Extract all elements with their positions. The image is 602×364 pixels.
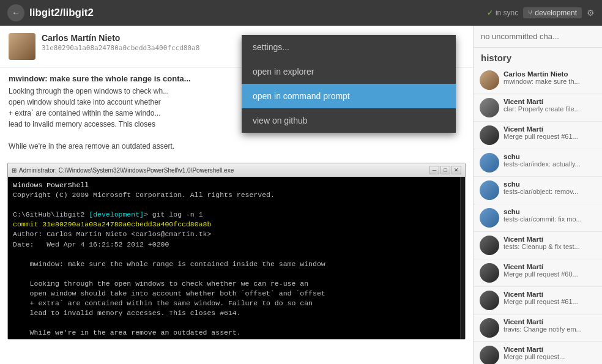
main-layout: Carlos Martín Nieto 31e80290a1a08a24780a… bbox=[0, 26, 602, 364]
history-message: tests-clar/object: remov... bbox=[504, 188, 596, 195]
history-message: clar: Properly create file... bbox=[504, 105, 596, 113]
terminal-line: While we're in the area remove an outdat… bbox=[13, 328, 460, 338]
history-item[interactable]: Vicent Martí tests: Cleanup & fix test..… bbox=[474, 232, 602, 259]
repo-name: libgit2 bbox=[63, 7, 94, 18]
history-author: Vicent Martí bbox=[504, 263, 596, 270]
history-avatar bbox=[480, 318, 499, 338]
author-avatar bbox=[9, 33, 35, 60]
back-button[interactable]: ← bbox=[7, 4, 24, 21]
menu-item-command-prompt[interactable]: open in command prompt bbox=[242, 84, 456, 108]
history-item[interactable]: Vicent Martí Merge pull request #60... bbox=[474, 259, 602, 287]
history-meta: Carlos Martín Nieto mwindow: make sure t… bbox=[504, 70, 596, 85]
history-avatar bbox=[480, 208, 499, 228]
terminal-line: Looking through the open windows to chec… bbox=[13, 279, 460, 289]
history-message: Merge pull request #61... bbox=[504, 298, 596, 305]
history-author: Vicent Martí bbox=[504, 346, 596, 353]
history-item[interactable]: Vicent Martí travis: Change notify em... bbox=[474, 314, 602, 342]
history-meta: schu tests-clar/commit: fix mo... bbox=[504, 208, 596, 223]
repo-prefix: libgit2/ bbox=[29, 7, 63, 18]
history-author: schu bbox=[504, 208, 596, 215]
terminal-controls: ─ □ ✕ bbox=[429, 166, 461, 174]
history-item[interactable]: Vicent Martí Merge pull request #61... bbox=[474, 287, 602, 314]
terminal-title: Administrator: C:\Windows\System32\Windo… bbox=[19, 167, 427, 174]
history-message: mwindow: make sure th... bbox=[504, 78, 596, 85]
history-avatar bbox=[480, 236, 499, 255]
terminal-line: Copyright (C) 2009 Microsoft Corporation… bbox=[13, 190, 460, 200]
history-avatar bbox=[480, 70, 499, 90]
history-item[interactable]: schu tests-clar/commit: fix mo... bbox=[474, 204, 602, 232]
history-author: schu bbox=[504, 180, 596, 188]
history-author: Vicent Martí bbox=[504, 98, 596, 105]
history-avatar bbox=[480, 180, 499, 200]
terminal-line: Author: Carlos Martín Nieto <carlos@cmar… bbox=[13, 229, 460, 239]
branch-icon: ⑂ bbox=[528, 9, 532, 17]
terminal-line bbox=[13, 318, 460, 328]
history-author: schu bbox=[504, 153, 596, 160]
history-title: history bbox=[474, 48, 602, 67]
sync-status: ✓ in sync bbox=[487, 9, 518, 17]
history-list: Carlos Martín Nieto mwindow: make sure t… bbox=[474, 67, 602, 364]
terminal-line: mwindow: make sure the whole range is co… bbox=[13, 259, 460, 269]
restore-button[interactable]: □ bbox=[440, 166, 450, 174]
left-panel: Carlos Martín Nieto 31e80290a1a08a24780a… bbox=[0, 26, 474, 364]
terminal-scrollbar[interactable] bbox=[460, 177, 465, 339]
terminal-line bbox=[13, 250, 460, 259]
terminal-line: C:\GitHub\libgit2 [development]> git log… bbox=[13, 210, 460, 220]
history-message: tests: Cleanup & fix test... bbox=[504, 243, 596, 250]
terminal-line: lead to invalid memory accesses. This cl… bbox=[13, 308, 460, 318]
close-button[interactable]: ✕ bbox=[452, 166, 461, 174]
history-meta: schu tests-clar/object: remov... bbox=[504, 180, 596, 195]
terminal-body[interactable]: Windows PowerShell Copyright (C) 2009 Mi… bbox=[8, 177, 465, 339]
sync-label: in sync bbox=[496, 9, 518, 17]
app-header: ← libgit2/libgit2 ✓ in sync ⑂ developmen… bbox=[0, 0, 602, 26]
history-message: tests-clar/commit: fix mo... bbox=[504, 215, 596, 223]
menu-item-github[interactable]: view on github bbox=[242, 108, 456, 133]
terminal-line: + extra` are contained within the same w… bbox=[13, 299, 460, 308]
terminal-line bbox=[13, 269, 460, 279]
history-author: Vicent Martí bbox=[504, 291, 596, 298]
history-item[interactable]: Vicent Martí Merge pull request #61... bbox=[474, 122, 602, 149]
terminal-titlebar: ⊞ Administrator: C:\Windows\System32\Win… bbox=[8, 163, 465, 177]
history-message: tests-clar/index: actually... bbox=[504, 160, 596, 168]
uncommitted-label: no uncommitted cha... bbox=[474, 26, 602, 48]
repo-title: libgit2/libgit2 bbox=[29, 7, 482, 19]
history-meta: Vicent Martí tests: Cleanup & fix test..… bbox=[504, 236, 596, 250]
terminal-line bbox=[13, 200, 460, 210]
branch-name: development bbox=[535, 9, 577, 17]
branch-badge[interactable]: ⑂ development bbox=[523, 7, 582, 18]
menu-item-explorer[interactable]: open in explorer bbox=[242, 59, 456, 84]
history-avatar bbox=[480, 125, 499, 145]
gear-icon[interactable]: ⚙ bbox=[587, 8, 595, 18]
history-author: Vicent Martí bbox=[504, 318, 596, 325]
right-panel: no uncommitted cha... history Carlos Mar… bbox=[474, 26, 602, 364]
history-author: Vicent Martí bbox=[504, 236, 596, 243]
terminal-line: C:\GitHub\libgit2 [development]> bbox=[13, 338, 460, 340]
history-author: Vicent Martí bbox=[504, 125, 596, 133]
history-item[interactable]: schu tests-clar/index: actually... bbox=[474, 149, 602, 177]
menu-item-settings[interactable]: settings... bbox=[242, 35, 456, 59]
terminal-icon: ⊞ bbox=[12, 167, 17, 174]
history-author: Carlos Martín Nieto bbox=[504, 70, 596, 78]
history-message: travis: Change notify em... bbox=[504, 325, 596, 333]
history-meta: Vicent Martí clar: Properly create file.… bbox=[504, 98, 596, 113]
history-meta: Vicent Martí Merge pull request #60... bbox=[504, 263, 596, 278]
minimize-button[interactable]: ─ bbox=[429, 166, 439, 174]
back-icon: ← bbox=[12, 8, 20, 18]
terminal-line: open window should take into account whe… bbox=[13, 289, 460, 299]
history-item[interactable]: Carlos Martín Nieto mwindow: make sure t… bbox=[474, 67, 602, 94]
history-message: Merge pull request... bbox=[504, 353, 596, 360]
history-meta: schu tests-clar/index: actually... bbox=[504, 153, 596, 168]
sync-check-icon: ✓ bbox=[487, 9, 493, 17]
history-message: Merge pull request #61... bbox=[504, 133, 596, 140]
terminal-window: ⊞ Administrator: C:\Windows\System32\Win… bbox=[7, 163, 466, 340]
history-meta: Vicent Martí Merge pull request #61... bbox=[504, 125, 596, 140]
history-item[interactable]: Vicent Martí clar: Properly create file.… bbox=[474, 94, 602, 122]
history-message: Merge pull request #60... bbox=[504, 270, 596, 278]
history-avatar bbox=[480, 98, 499, 117]
history-item[interactable]: schu tests-clar/object: remov... bbox=[474, 177, 602, 204]
history-avatar bbox=[480, 263, 499, 283]
history-item[interactable]: Vicent Martí Merge pull request... bbox=[474, 342, 602, 364]
history-meta: Vicent Martí Merge pull request... bbox=[504, 346, 596, 360]
history-meta: Vicent Martí Merge pull request #61... bbox=[504, 291, 596, 305]
history-avatar bbox=[480, 291, 499, 310]
